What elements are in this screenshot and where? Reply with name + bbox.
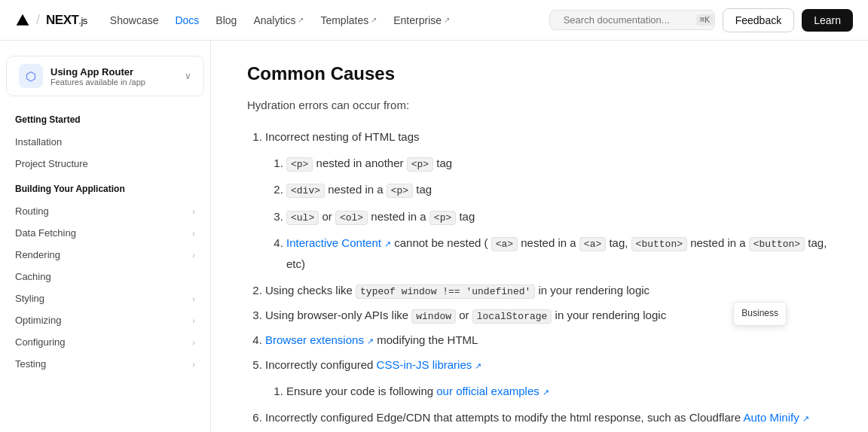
code-localstorage: localStorage bbox=[472, 309, 552, 324]
router-subtitle: Features available in /app bbox=[50, 78, 177, 87]
search-shortcut: ⌘K bbox=[696, 14, 714, 26]
sidebar-item-testing[interactable]: Testing › bbox=[0, 353, 210, 375]
layout: ⬡ Using App Router Features available in… bbox=[0, 41, 868, 432]
sidebar-section-getting-started: Getting Started bbox=[0, 108, 210, 131]
sidebar-item-caching[interactable]: Caching bbox=[0, 266, 210, 287]
testing-chevron-icon: › bbox=[192, 360, 195, 369]
learn-button[interactable]: Learn bbox=[802, 9, 853, 32]
main-nav: Showcase Docs Blog Analytics↗ Templates↗… bbox=[102, 10, 543, 31]
list-item-5: Incorrectly configured CSS-in-JS librari… bbox=[265, 354, 832, 401]
list-item-2: Using checks like typeof window !== 'und… bbox=[265, 280, 832, 300]
styling-chevron-icon: › bbox=[192, 294, 195, 303]
templates-ext-icon: ↗ bbox=[371, 16, 377, 24]
search-box[interactable]: ⌘K bbox=[549, 10, 715, 30]
header: / NEXT.js Showcase Docs Blog Analytics↗ … bbox=[0, 0, 868, 41]
enterprise-ext-icon: ↗ bbox=[444, 16, 450, 24]
logo-triangle-icon bbox=[15, 13, 30, 28]
code-btn2: <button> bbox=[749, 237, 805, 251]
configuring-chevron-icon: › bbox=[192, 338, 195, 347]
intro-text: Hydration errors can occur from: bbox=[247, 96, 832, 114]
sub-item-1-2: <div> nested in a <p> tag bbox=[286, 179, 832, 199]
analytics-ext-icon: ↗ bbox=[298, 16, 304, 24]
list-item-3: Using browser-only APIs like window or l… bbox=[265, 305, 832, 325]
sub-item-1-3: <ul> or <ol> nested in a <p> tag bbox=[286, 206, 832, 227]
main-content: Common Causes Hydration errors can occur… bbox=[211, 41, 868, 432]
main-list: Incorrect nesting of HTML tags <p> neste… bbox=[247, 126, 832, 427]
css-in-js-ext-icon: ↗ bbox=[475, 361, 481, 370]
list-item-6: Incorrectly configured Edge/CDN that att… bbox=[265, 407, 832, 427]
sidebar-item-data-fetching[interactable]: Data Fetching › bbox=[0, 222, 210, 244]
router-icon: ⬡ bbox=[19, 64, 43, 88]
routing-chevron-icon: › bbox=[192, 207, 195, 216]
sidebar-item-project-structure[interactable]: Project Structure bbox=[0, 153, 210, 175]
search-input[interactable] bbox=[564, 14, 690, 26]
optimizing-chevron-icon: › bbox=[192, 316, 195, 325]
browser-ext-icon: ↗ bbox=[367, 336, 374, 345]
sub-item-1-4: Interactive Content ↗ cannot be nested (… bbox=[286, 233, 832, 273]
code-p3: <p> bbox=[387, 184, 413, 198]
sub-list-1: <p> nested in another <p> tag <div> nest… bbox=[265, 153, 832, 274]
sidebar: ⬡ Using App Router Features available in… bbox=[0, 41, 211, 432]
code-window: window bbox=[411, 309, 456, 324]
sub-item-5-1: Ensure your code is following our offici… bbox=[286, 381, 832, 401]
sidebar-item-styling[interactable]: Styling › bbox=[0, 287, 210, 309]
logo-area: / NEXT.js bbox=[15, 12, 87, 28]
nav-analytics[interactable]: Analytics↗ bbox=[246, 10, 311, 31]
link-css-in-js[interactable]: CSS-in-JS libraries ↗ bbox=[377, 358, 482, 371]
router-info: Using App Router Features available in /… bbox=[50, 66, 177, 87]
interactive-content-ext-icon: ↗ bbox=[384, 239, 391, 248]
code-div: <div> bbox=[286, 184, 325, 198]
official-examples-ext-icon: ↗ bbox=[542, 388, 549, 397]
list-item-1: Incorrect nesting of HTML tags <p> neste… bbox=[265, 126, 832, 274]
link-official-examples[interactable]: our official examples ↗ bbox=[436, 385, 549, 397]
list-item-1-text: Incorrect nesting of HTML tags bbox=[265, 130, 420, 143]
feedback-button[interactable]: Feedback bbox=[723, 8, 794, 32]
code-typeof: typeof window !== 'undefined' bbox=[356, 284, 535, 299]
sub-list-5: Ensure your code is following our offici… bbox=[265, 381, 832, 401]
nav-blog[interactable]: Blog bbox=[208, 10, 244, 31]
router-selector[interactable]: ⬡ Using App Router Features available in… bbox=[6, 56, 204, 96]
link-interactive-content[interactable]: Interactive Content ↗ bbox=[286, 236, 391, 249]
sidebar-section-building: Building Your Application bbox=[0, 178, 210, 200]
logo-text: NEXT.js bbox=[46, 13, 87, 28]
list-item-4: Browser extensions ↗ modifying the HTML bbox=[265, 330, 832, 350]
data-fetching-chevron-icon: › bbox=[192, 229, 195, 238]
svg-marker-0 bbox=[17, 14, 29, 25]
tooltip-business: Business bbox=[733, 302, 787, 326]
code-ul: <ul> bbox=[286, 211, 319, 225]
nav-showcase[interactable]: Showcase bbox=[102, 10, 167, 31]
router-title: Using App Router bbox=[50, 66, 177, 78]
sidebar-item-optimizing[interactable]: Optimizing › bbox=[0, 309, 210, 331]
rendering-chevron-icon: › bbox=[192, 251, 195, 260]
code-p4: <p> bbox=[429, 211, 456, 225]
code-btn1: <button> bbox=[631, 237, 687, 251]
nav-enterprise[interactable]: Enterprise↗ bbox=[386, 10, 457, 31]
nav-templates[interactable]: Templates↗ bbox=[313, 10, 384, 31]
sidebar-item-installation[interactable]: Installation bbox=[0, 131, 210, 153]
sidebar-item-configuring[interactable]: Configuring › bbox=[0, 331, 210, 353]
sidebar-item-rendering[interactable]: Rendering › bbox=[0, 244, 210, 266]
code-p2: <p> bbox=[407, 157, 433, 172]
code-a1: <a> bbox=[491, 237, 518, 251]
link-auto-minify[interactable]: Auto Minify ↗ bbox=[743, 411, 808, 424]
link-browser-extensions[interactable]: Browser extensions ↗ bbox=[265, 333, 374, 346]
nav-docs[interactable]: Docs bbox=[167, 10, 206, 31]
header-right: ⌘K Feedback Learn bbox=[549, 8, 853, 32]
page-title: Common Causes bbox=[247, 63, 832, 84]
code-a2: <a> bbox=[579, 237, 606, 251]
sidebar-item-routing[interactable]: Routing › bbox=[0, 200, 210, 222]
code-p1: <p> bbox=[286, 157, 313, 172]
auto-minify-ext-icon: ↗ bbox=[802, 414, 809, 423]
router-chevron-icon: ∨ bbox=[185, 71, 191, 81]
sub-item-1-1: <p> nested in another <p> tag bbox=[286, 153, 832, 173]
logo-separator: / bbox=[36, 12, 40, 28]
code-ol: <ol> bbox=[335, 211, 368, 225]
